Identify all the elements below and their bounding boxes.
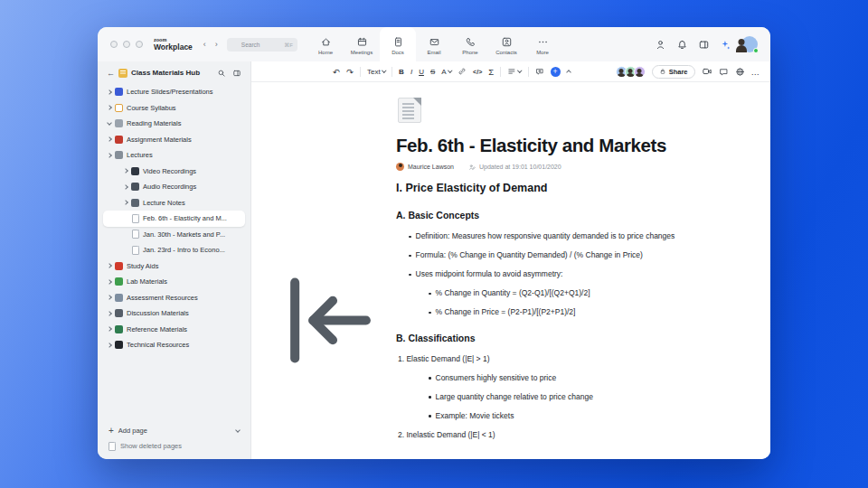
chevron-right-icon[interactable] — [107, 279, 112, 285]
sidebar-item-assignment-materials[interactable]: Assignment Materials — [103, 132, 245, 148]
doc-block-b2: Example: Movie tickets — [396, 412, 709, 421]
redo-icon[interactable]: ↷ — [346, 67, 354, 77]
video-camera-icon[interactable] — [702, 66, 712, 77]
search-icon — [231, 41, 239, 48]
chevron-right-icon[interactable] — [107, 343, 112, 348]
chevron-down-icon[interactable] — [107, 120, 112, 126]
bullet-icon — [409, 236, 411, 239]
close-window-button[interactable] — [110, 41, 118, 48]
back-icon[interactable]: ‹ — [203, 40, 206, 49]
collapse-outline-icon[interactable] — [268, 182, 389, 459]
strikethrough-button[interactable]: S — [430, 68, 435, 76]
search-placeholder: Search — [241, 42, 260, 48]
link-button[interactable] — [458, 67, 467, 76]
sidebar-item-label: Lecture Notes — [143, 199, 185, 207]
sidebar-panel-icon[interactable] — [232, 69, 241, 78]
sidebar-item-audio-recordings[interactable]: Audio Recordings — [103, 179, 245, 195]
sidebar-item-video-recordings[interactable]: Video Recordings — [103, 164, 245, 180]
add-page-button[interactable]: + Add page — [98, 423, 250, 438]
outline-panel: I. Price Elasticity of DemandA. Basic Co… — [251, 82, 389, 459]
side-panel-icon[interactable] — [698, 39, 710, 51]
sidebar-item-reference-materials[interactable]: Reference Materials — [103, 322, 245, 338]
italic-button[interactable]: I — [410, 68, 412, 76]
chevron-right-icon[interactable] — [107, 295, 112, 300]
tab-label: Email — [427, 50, 440, 55]
collaborator-avatars[interactable] — [616, 66, 646, 78]
chevron-right-icon[interactable] — [123, 168, 128, 174]
back-arrow-icon[interactable]: ← — [107, 69, 115, 78]
show-deleted-pages-button[interactable]: Show deleted pages — [98, 438, 250, 454]
contact-icon[interactable] — [655, 39, 666, 51]
sidebar-item-jan-23rd-intro-to-econo[interactable]: Jan. 23rd - Intro to Econo... — [103, 242, 245, 258]
tab-contacts[interactable]: Contacts — [488, 27, 524, 61]
doc-block-h3: A. Basic Concepts — [396, 210, 709, 221]
code-button[interactable]: </> — [473, 69, 482, 75]
chevron-right-icon[interactable] — [123, 184, 128, 190]
doc-block-b2: % Change in Price = (P2-P1)/[(P2+P1)/2] — [396, 308, 709, 317]
chevron-right-icon[interactable] — [107, 326, 112, 332]
formula-button[interactable]: Σ — [488, 67, 494, 77]
comment-button[interactable] — [535, 67, 544, 76]
sidebar-item-lab-materials[interactable]: Lab Materials — [103, 274, 245, 290]
more-options-icon[interactable]: … — [751, 67, 760, 77]
text-color-button[interactable]: A — [441, 68, 451, 76]
insert-plus-button[interactable]: + — [551, 67, 561, 77]
minimize-window-button[interactable] — [123, 41, 130, 48]
underline-button[interactable]: U — [419, 68, 424, 76]
sidebar-item-course-syllabus[interactable]: Course Syllabus — [103, 100, 245, 117]
tab-label: More — [536, 50, 549, 55]
undo-icon[interactable]: ↶ — [333, 67, 340, 77]
tab-phone[interactable]: Phone — [452, 27, 488, 61]
sidebar-item-assessment-resources[interactable]: Assessment Resources — [103, 290, 245, 306]
chevron-right-icon[interactable] — [107, 136, 112, 142]
bold-button[interactable]: B — [399, 68, 404, 76]
chevron-right-icon[interactable] — [107, 89, 112, 95]
bell-icon[interactable] — [676, 39, 688, 51]
mic-icon — [115, 309, 123, 317]
chevron-down-icon[interactable] — [235, 427, 241, 433]
video-camera-icon — [131, 167, 139, 175]
bullet-text: Example: Movie tickets — [436, 412, 514, 421]
bullet-text: Uses midpoint formula to avoid asymmetry… — [416, 270, 563, 279]
ai-sparkle-icon[interactable] — [720, 39, 731, 51]
chevron-right-icon[interactable] — [107, 263, 112, 268]
sidebar-item-label: Reading Materials — [127, 119, 181, 127]
chevron-right-icon[interactable] — [107, 153, 112, 158]
zoom-window-button[interactable] — [136, 41, 143, 48]
collaborator-avatar[interactable] — [634, 66, 646, 78]
document-byline: Maurice Lawson Updated at 19:01 10/01/20… — [396, 163, 709, 171]
tab-more[interactable]: More — [524, 27, 561, 61]
sidebar-item-study-aids[interactable]: Study Aids — [103, 258, 245, 275]
chevron-right-icon[interactable] — [107, 311, 112, 316]
global-search-input[interactable]: Search ⌘F — [227, 38, 297, 52]
tab-label: Home — [318, 50, 333, 55]
list-format-dropdown[interactable] — [507, 67, 522, 76]
sidebar-item-reading-materials[interactable]: Reading Materials — [103, 116, 245, 132]
chevron-right-icon[interactable] — [107, 105, 112, 110]
sidebar-item-discussion-materials[interactable]: Discussion Materials — [103, 305, 245, 322]
window-controls[interactable] — [110, 41, 143, 48]
globe-icon[interactable] — [735, 67, 745, 77]
page-tree: Lecture Slides/PresentationsCourse Sylla… — [98, 84, 250, 353]
sidebar-item-label: Lecture Slides/Presentations — [127, 88, 212, 96]
tab-docs[interactable]: Docs — [380, 27, 416, 61]
desktop-background: zoom Workplace ‹ › Search ⌘F HomeMeeting… — [0, 0, 868, 488]
document-editor[interactable]: Feb. 6th - Elasticity and Markets Mauric… — [389, 82, 770, 459]
chat-icon[interactable] — [719, 67, 729, 77]
sidebar-item-jan-30th-markets-and-p[interactable]: Jan. 30th - Markets and P... — [103, 227, 245, 243]
chevron-right-icon[interactable] — [123, 200, 128, 205]
sidebar-item-technical-resources[interactable]: Technical Resources — [103, 337, 245, 353]
collapse-toolbar-icon[interactable] — [567, 69, 571, 74]
forward-icon[interactable]: › — [215, 40, 218, 49]
tab-home[interactable]: Home — [307, 27, 344, 61]
share-button[interactable]: Share — [652, 65, 695, 79]
user-avatar[interactable] — [741, 36, 758, 52]
sidebar-item-lectures[interactable]: Lectures — [103, 147, 245, 164]
sidebar-item-feb-6th-elasticity-and-m[interactable]: Feb. 6th - Elasticity and M... — [103, 211, 245, 227]
tab-meetings[interactable]: Meetings — [344, 27, 380, 61]
sidebar-item-lecture-notes[interactable]: Lecture Notes — [103, 195, 245, 211]
tab-email[interactable]: Email — [416, 27, 452, 61]
sidebar-item-lecture-slides-presentations[interactable]: Lecture Slides/Presentations — [103, 84, 245, 100]
text-style-dropdown[interactable]: Text — [367, 68, 385, 76]
sidebar-search-icon[interactable] — [217, 69, 226, 78]
